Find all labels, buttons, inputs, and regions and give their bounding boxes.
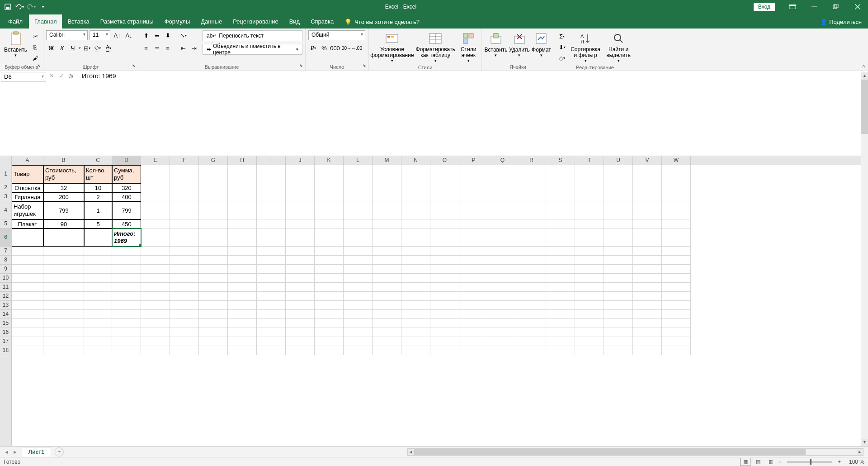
cell-C10[interactable] xyxy=(84,274,112,283)
cell-R7[interactable] xyxy=(517,247,546,256)
col-header-M[interactable]: M xyxy=(373,156,401,165)
cell-T5[interactable] xyxy=(575,219,604,228)
cell-B5[interactable]: 90 xyxy=(43,219,84,228)
col-header-P[interactable]: P xyxy=(459,156,488,165)
cell-F1[interactable] xyxy=(170,165,199,183)
cell-I15[interactable] xyxy=(257,319,286,328)
decrease-decimal-icon[interactable]: ←.00 xyxy=(352,43,362,53)
row-header-8[interactable]: 8 xyxy=(0,256,11,265)
scroll-left-icon[interactable]: ◄ xyxy=(408,449,414,455)
align-right-icon[interactable]: ≡ xyxy=(163,43,173,53)
cell-O10[interactable] xyxy=(430,274,459,283)
cell-Q5[interactable] xyxy=(488,219,517,228)
cell-H9[interactable] xyxy=(228,265,257,274)
cell-M1[interactable] xyxy=(373,165,401,183)
cell-H18[interactable] xyxy=(228,346,257,355)
row-header-16[interactable]: 16 xyxy=(0,328,11,337)
cell-D9[interactable] xyxy=(112,265,141,274)
cell-K18[interactable] xyxy=(315,346,344,355)
cell-G8[interactable] xyxy=(199,256,228,265)
cell-N10[interactable] xyxy=(401,274,430,283)
cell-T12[interactable] xyxy=(575,292,604,301)
cell-B7[interactable] xyxy=(43,247,84,256)
cell-A12[interactable] xyxy=(12,292,43,301)
cell-J9[interactable] xyxy=(286,265,315,274)
col-header-W[interactable]: W xyxy=(662,156,691,165)
minimize-icon[interactable] xyxy=(804,0,825,14)
cell-B10[interactable] xyxy=(43,274,84,283)
cell-G7[interactable] xyxy=(199,247,228,256)
cell-K7[interactable] xyxy=(315,247,344,256)
cell-H12[interactable] xyxy=(228,292,257,301)
cell-T14[interactable] xyxy=(575,310,604,319)
cell-W18[interactable] xyxy=(662,346,691,355)
cell-H14[interactable] xyxy=(228,310,257,319)
merge-center-button[interactable]: ⬌Объединить и поместить в центре▾ xyxy=(203,44,302,55)
cell-L17[interactable] xyxy=(344,337,373,346)
cell-I4[interactable] xyxy=(257,201,286,219)
cell-H7[interactable] xyxy=(228,247,257,256)
cell-V11[interactable] xyxy=(633,283,662,292)
col-header-J[interactable]: J xyxy=(286,156,315,165)
cell-H15[interactable] xyxy=(228,319,257,328)
cell-S13[interactable] xyxy=(546,301,575,310)
cell-V10[interactable] xyxy=(633,274,662,283)
cell-T4[interactable] xyxy=(575,201,604,219)
cell-K13[interactable] xyxy=(315,301,344,310)
cell-G5[interactable] xyxy=(199,219,228,228)
format-cells-button[interactable]: Формат▾ xyxy=(532,30,551,58)
col-header-K[interactable]: K xyxy=(315,156,344,165)
row-header-4[interactable]: 4 xyxy=(0,201,11,219)
cell-D18[interactable] xyxy=(112,346,141,355)
cell-P18[interactable] xyxy=(459,346,488,355)
cell-F16[interactable] xyxy=(170,328,199,337)
cell-U16[interactable] xyxy=(604,328,633,337)
name-box[interactable]: D6 xyxy=(1,72,46,82)
cell-L16[interactable] xyxy=(344,328,373,337)
cell-L1[interactable] xyxy=(344,165,373,183)
collapse-ribbon-icon[interactable]: ʌ xyxy=(862,63,865,69)
cell-W6[interactable] xyxy=(662,228,691,247)
cell-B1[interactable]: Стоимость, руб xyxy=(43,165,84,183)
cell-W5[interactable] xyxy=(662,219,691,228)
cell-U18[interactable] xyxy=(604,346,633,355)
cell-E15[interactable] xyxy=(141,319,170,328)
cell-U17[interactable] xyxy=(604,337,633,346)
cell-S1[interactable] xyxy=(546,165,575,183)
cell-Q4[interactable] xyxy=(488,201,517,219)
cell-I9[interactable] xyxy=(257,265,286,274)
cell-P13[interactable] xyxy=(459,301,488,310)
cell-U9[interactable] xyxy=(604,265,633,274)
cell-U10[interactable] xyxy=(604,274,633,283)
cell-V12[interactable] xyxy=(633,292,662,301)
cell-N18[interactable] xyxy=(401,346,430,355)
cell-D3[interactable]: 400 xyxy=(112,192,141,201)
cell-M3[interactable] xyxy=(373,192,401,201)
cell-F14[interactable] xyxy=(170,310,199,319)
cell-E9[interactable] xyxy=(141,265,170,274)
col-header-F[interactable]: F xyxy=(170,156,199,165)
cell-D12[interactable] xyxy=(112,292,141,301)
cell-J14[interactable] xyxy=(286,310,315,319)
col-header-R[interactable]: R xyxy=(517,156,546,165)
cell-B11[interactable] xyxy=(43,283,84,292)
cell-T7[interactable] xyxy=(575,247,604,256)
cell-U15[interactable] xyxy=(604,319,633,328)
cell-N1[interactable] xyxy=(401,165,430,183)
cell-D6[interactable]: Итого: 1969 xyxy=(112,228,141,247)
cell-C12[interactable] xyxy=(84,292,112,301)
cell-O17[interactable] xyxy=(430,337,459,346)
cell-G10[interactable] xyxy=(199,274,228,283)
cell-F8[interactable] xyxy=(170,256,199,265)
cell-F6[interactable] xyxy=(170,228,199,247)
col-header-E[interactable]: E xyxy=(141,156,170,165)
cell-F18[interactable] xyxy=(170,346,199,355)
cell-W12[interactable] xyxy=(662,292,691,301)
cell-R17[interactable] xyxy=(517,337,546,346)
cell-W17[interactable] xyxy=(662,337,691,346)
cell-B17[interactable] xyxy=(43,337,84,346)
cell-F10[interactable] xyxy=(170,274,199,283)
tell-me-search[interactable]: 💡 Что вы хотите сделать? xyxy=(339,15,425,29)
cell-R13[interactable] xyxy=(517,301,546,310)
cell-P5[interactable] xyxy=(459,219,488,228)
